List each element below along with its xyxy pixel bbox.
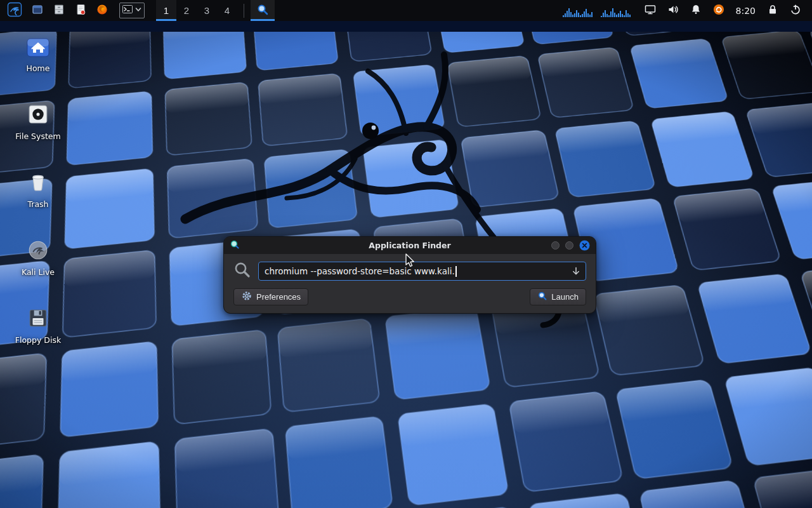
application-finder-window: Application Finder chromium --password-s… (223, 236, 596, 314)
workspace-2[interactable]: 2 (176, 0, 197, 21)
display-icon (644, 3, 657, 18)
lock-screen-button[interactable] (761, 0, 784, 21)
magnifier-icon (256, 3, 269, 18)
chevron-down-icon[interactable] (134, 3, 143, 18)
workspace-4[interactable]: 4 (217, 0, 237, 21)
trash-icon (27, 171, 49, 196)
launch-icon (537, 291, 547, 303)
launcher-window-list[interactable] (27, 0, 48, 21)
panel-clock[interactable]: 8:20 (730, 6, 761, 16)
search-icon (233, 261, 251, 281)
panel-separator (244, 4, 244, 18)
taskbar-application-finder[interactable] (251, 0, 275, 21)
bell-icon (690, 3, 702, 18)
lock-icon (766, 3, 779, 18)
applications-menu-button[interactable] (3, 0, 27, 21)
log-out-button[interactable] (784, 0, 807, 21)
desktop-icon-label: Home (27, 64, 50, 73)
software-update-button[interactable] (707, 0, 730, 21)
launch-button[interactable]: Launch (530, 288, 586, 305)
launcher-firefox[interactable] (91, 0, 113, 21)
top-panel: 1 2 3 4 (0, 0, 812, 21)
desktop-icon-file-system[interactable]: File System (8, 104, 69, 141)
preferences-button[interactable]: Preferences (233, 288, 308, 305)
home-icon (27, 38, 49, 60)
workspace-3[interactable]: 3 (197, 0, 217, 21)
launcher-text-editor[interactable] (70, 0, 91, 21)
command-input-text: chromium --password-store=basic www.kali… (265, 266, 455, 276)
floppy-disk-icon (27, 307, 49, 331)
desktop-icon-kali-live[interactable]: Kali Live (8, 239, 69, 277)
command-input[interactable]: chromium --password-store=basic www.kali… (258, 262, 586, 281)
file-cabinet-icon (53, 3, 65, 18)
desktop-icon-label: Trash (27, 200, 48, 209)
launcher-file-manager[interactable] (48, 0, 70, 21)
terminal-dropdown[interactable] (119, 3, 145, 18)
kali-live-icon (27, 239, 49, 264)
desktop-icon-floppy-disk[interactable]: Floppy Disk (8, 307, 69, 345)
update-icon (712, 3, 725, 18)
speaker-icon (667, 3, 679, 18)
workspace-1[interactable]: 1 (156, 0, 176, 21)
file-system-icon (27, 104, 49, 128)
power-icon (789, 3, 802, 18)
titlebar[interactable]: Application Finder (224, 237, 596, 254)
desktop-icon-label: Kali Live (22, 268, 55, 277)
terminal-icon (121, 3, 134, 18)
desktop-icon-trash[interactable]: Trash (8, 171, 69, 209)
desktop-icon-label: Floppy Disk (15, 336, 61, 345)
window-title: Application Finder (224, 241, 596, 250)
volume-button[interactable] (662, 0, 684, 21)
desktop-icon-home[interactable]: Home (8, 38, 69, 73)
window-icon (31, 3, 44, 18)
notifications-button[interactable] (684, 0, 707, 21)
desktop-icon-label: File System (15, 132, 61, 141)
firefox-icon (96, 3, 108, 18)
display-settings-button[interactable] (639, 0, 662, 21)
history-dropdown-icon[interactable] (570, 265, 582, 277)
preferences-label: Preferences (256, 292, 301, 302)
minimize-button[interactable] (551, 241, 560, 250)
kali-menu-icon (7, 2, 22, 19)
launch-label: Launch (551, 292, 579, 302)
close-button[interactable] (579, 240, 590, 251)
document-icon (74, 3, 87, 18)
text-caret (455, 266, 457, 277)
gear-icon (241, 290, 252, 304)
activity-graph (601, 4, 631, 17)
workspace-switcher: 1 2 3 4 (156, 0, 237, 21)
app-finder-window-icon (230, 239, 240, 252)
maximize-button[interactable] (565, 241, 573, 250)
activity-graph (563, 4, 593, 17)
